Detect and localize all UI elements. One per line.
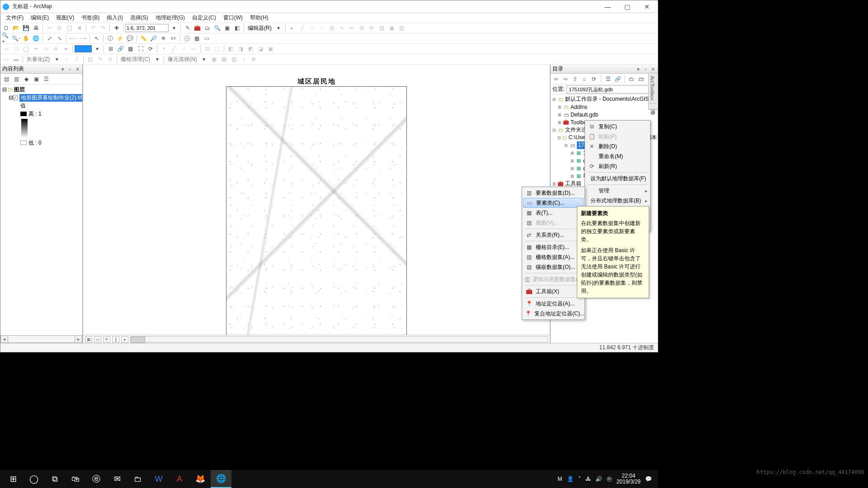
sub-address-locator[interactable]: 📍地址定位器(A)... xyxy=(523,299,584,309)
ctx-refresh[interactable]: ⟳刷新(R) xyxy=(586,161,649,171)
sub-raster-catalog[interactable]: ▩栅格目录(E)... xyxy=(523,242,584,252)
draw-curve-icon[interactable]: ∿ xyxy=(41,44,51,53)
toc-layer-name[interactable]: 地形图屏幕绘制作业(2).tif xyxy=(19,94,82,102)
python-icon[interactable]: ▣ xyxy=(222,23,232,33)
list-by-source-icon[interactable]: ▥ xyxy=(12,75,20,83)
toc-layer-row[interactable]: ⊟ ✓地形图屏幕绘制作业(2).tif xyxy=(0,94,82,102)
catalog-pin-icon[interactable]: ▫ xyxy=(642,66,649,72)
map-frame[interactable] xyxy=(226,86,407,335)
new-submenu[interactable]: ▥要素数据集(D)... ▭要素类(C)... ▦表(T)... ▤视图(V).… xyxy=(522,187,585,320)
catalog-location-combo[interactable]: 1751092孔远杭.gdb xyxy=(566,85,656,94)
draw-circle-icon[interactable]: ◯ xyxy=(21,44,31,53)
toc-dataframe[interactable]: ⊟ 🗀图层 xyxy=(0,85,82,94)
edit-vertex-icon[interactable]: ◦ xyxy=(317,23,327,33)
scroll-left-icon[interactable]: ◂ xyxy=(0,335,8,343)
map-canvas[interactable]: 城区居民地 xyxy=(83,65,550,335)
prev-extent-icon[interactable]: ⟵ xyxy=(68,34,78,43)
tray-ime-icon[interactable]: M xyxy=(558,476,562,482)
sketch-trace-icon[interactable]: ⟋ xyxy=(179,44,189,53)
undo-icon[interactable]: ↶ xyxy=(88,23,98,33)
scale-dropdown-icon[interactable]: ▾ xyxy=(169,23,179,33)
sub-table[interactable]: ▦表(T)... xyxy=(523,208,584,218)
sketch-rect-icon[interactable]: ▭ xyxy=(189,44,198,53)
layoutview-icon[interactable]: ▭ xyxy=(94,336,101,343)
cat-node-addins[interactable]: ⊞🗀AddIns xyxy=(551,103,658,111)
pause-icon[interactable]: ‖ xyxy=(112,336,119,343)
paste-icon[interactable]: 📋 xyxy=(65,23,74,33)
play-icon[interactable]: ▸ xyxy=(121,336,128,343)
cat-fwd-icon[interactable]: ⇨ xyxy=(561,75,570,83)
editor-dropdown-icon[interactable]: ▾ xyxy=(274,23,283,33)
edit-create-icon[interactable]: ▥ xyxy=(397,23,406,33)
edge-icon[interactable]: ⓔ xyxy=(86,470,107,488)
toc-pin-icon[interactable]: ▫ xyxy=(67,66,73,72)
edit-merge-icon[interactable]: ⊕ xyxy=(357,23,367,33)
edit-line-icon[interactable]: ╱ xyxy=(297,23,307,33)
scan-tool-icon[interactable]: ▭ xyxy=(1,55,11,64)
windows-taskbar[interactable]: ⊞ ◯ ⧉ 🛍 ⓔ ✉ 🗀 W A 🦊 🌐 M 👤 ˄ 🖧 🔊 ㊥ 22:042… xyxy=(0,470,658,488)
vec-tool3-icon[interactable]: ▤ xyxy=(85,55,95,64)
raster-cleanup-menu[interactable]: 栅格清理(C) xyxy=(119,56,152,63)
ctx-rename[interactable]: 重命名(M) xyxy=(586,151,649,161)
sub-mosaic-dataset[interactable]: ▧镶嵌数据集(O)... xyxy=(523,262,584,272)
georef-table-icon[interactable]: ▦ xyxy=(126,44,135,53)
redo-icon[interactable]: ↷ xyxy=(98,23,108,33)
explorer-icon[interactable]: 🗀 xyxy=(127,470,148,488)
list-by-drawing-icon[interactable]: ▤ xyxy=(2,75,10,83)
taskview-icon[interactable]: ⧉ xyxy=(44,470,65,488)
tray-vol-icon[interactable]: 🔊 xyxy=(595,476,602,482)
sidetab-arctoolbox[interactable]: ArcToolbox xyxy=(649,73,656,103)
catalog-icon[interactable]: 🗂 xyxy=(203,23,212,33)
cat-node-defaultgdb[interactable]: ⊞🗃Default.gdb xyxy=(551,111,658,118)
fixed-zoom-in-icon[interactable]: ⤢ xyxy=(45,34,54,43)
cat-connect-icon[interactable]: 🔗 xyxy=(613,75,622,83)
topo-tool2-icon[interactable]: ⬚ xyxy=(212,44,222,53)
system-tray[interactable]: M 👤 ˄ 🖧 🔊 ㊥ 22:042019/3/29 💬 xyxy=(558,473,656,485)
georef-icon[interactable]: ⊞ xyxy=(106,44,115,53)
vectorize-dropdown-icon[interactable]: ▾ xyxy=(52,55,61,64)
layer-checkbox[interactable]: ✓ xyxy=(13,95,18,100)
draw-poly-icon[interactable]: ⬠ xyxy=(11,44,21,53)
toolbox-icon[interactable]: 🧰 xyxy=(193,23,202,33)
topo-tool1-icon[interactable]: ⊡ xyxy=(203,44,212,53)
catalog-menu-icon[interactable]: ▾ xyxy=(635,66,642,72)
new-doc-icon[interactable]: 🗋 xyxy=(1,23,11,33)
maximize-button[interactable]: ▢ xyxy=(618,0,637,13)
minimize-button[interactable]: — xyxy=(599,0,617,13)
editor-toolbar-icon[interactable]: ✎ xyxy=(183,23,192,33)
toc-menu-icon[interactable]: ▾ xyxy=(60,66,66,72)
symbol-tool4-icon[interactable]: ◪ xyxy=(256,44,265,53)
toc-hscroll[interactable]: ◂▸ xyxy=(0,335,82,343)
georef-link-icon[interactable]: 🔗 xyxy=(116,44,125,53)
measure-icon[interactable]: 📏 xyxy=(139,34,148,43)
georef-rotate-icon[interactable]: ⟳ xyxy=(146,44,155,53)
draw-line-icon[interactable]: ━ xyxy=(31,44,41,53)
mail-icon[interactable]: ✉ xyxy=(107,470,127,488)
vectorize-menu[interactable]: 矢量化(Z) xyxy=(25,56,52,63)
tray-clock[interactable]: 22:042019/3/29 xyxy=(617,473,641,485)
fill-color-swatch[interactable] xyxy=(75,45,92,52)
editor-menu[interactable]: 编辑器(R) xyxy=(246,24,274,32)
vec-tool2-icon[interactable]: ⤴ xyxy=(72,55,81,64)
sub-toolbox[interactable]: 🧰工具箱(X) xyxy=(523,286,584,296)
fill-dropdown-icon[interactable]: ▾ xyxy=(92,44,102,53)
cat-toggle-icon[interactable]: ☰ xyxy=(604,75,612,83)
edit-arc-icon[interactable]: ⟋ xyxy=(307,23,317,33)
time-slider-icon[interactable]: 🕓 xyxy=(182,34,192,43)
menu-view[interactable]: 视图(V) xyxy=(52,13,78,23)
arcmap-task-icon[interactable]: 🌐 xyxy=(211,470,231,488)
pix-tool1-icon[interactable]: ▣ xyxy=(209,55,219,64)
tray-up-icon[interactable]: ˄ xyxy=(578,476,581,482)
pix-tool4-icon[interactable]: ↕ xyxy=(239,55,249,64)
ctx-distributed-gdb[interactable]: 分布式地理数据库(B) xyxy=(586,196,649,206)
map-hscroll[interactable] xyxy=(130,336,548,343)
sketch-line-icon[interactable]: ╱ xyxy=(169,44,179,53)
cortana-icon[interactable]: ◯ xyxy=(24,470,44,488)
draw-marker-icon[interactable]: ● xyxy=(61,44,71,53)
cat-up-icon[interactable]: ⇧ xyxy=(571,75,579,83)
autocad-icon[interactable]: A xyxy=(169,470,190,488)
list-by-selection-icon[interactable]: ▣ xyxy=(32,75,40,83)
print-icon[interactable]: 🖶 xyxy=(31,23,41,33)
sub-feature-class[interactable]: ▭要素类(C)... xyxy=(523,198,584,208)
word-icon[interactable]: W xyxy=(148,470,169,488)
